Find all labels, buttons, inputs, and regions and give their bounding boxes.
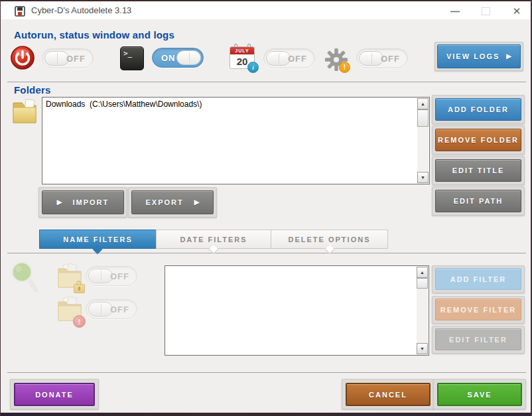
folder-list-scrollbar[interactable]: ▲ ▼	[417, 98, 429, 183]
scroll-down-button[interactable]: ▼	[417, 343, 428, 354]
filter-list-scrollbar[interactable]: ▲ ▼	[417, 267, 428, 354]
folder-warning-icon: !	[57, 297, 82, 326]
section-divider	[7, 82, 526, 82]
toggle-state-label: OFF	[110, 271, 129, 281]
window-title: Cyber-D's Autodelete 3.13	[31, 5, 131, 15]
view-logs-button[interactable]: VIEW LOGS ▶	[437, 44, 521, 68]
add-filter-button[interactable]: ADD FILTER	[435, 268, 521, 290]
arrow-right-icon: ▶	[57, 199, 62, 206]
terminal-icon: >_	[120, 46, 144, 70]
import-label: IMPORT	[72, 198, 109, 206]
donate-button[interactable]: DONATE	[14, 383, 95, 406]
tab-label: DELETE OPTIONS	[289, 236, 371, 243]
folder-list[interactable]: Downloads (C:\Users\Matthew\Downloads\) …	[42, 97, 430, 184]
calendar-icon: JULY 20 i	[230, 44, 256, 70]
footer-divider	[7, 372, 526, 373]
warning-badge-icon: !	[73, 315, 86, 328]
magnifier-icon	[10, 260, 39, 293]
save-button[interactable]: SAVE	[437, 383, 522, 406]
toggle-knob[interactable]	[88, 269, 113, 283]
arrow-right-icon: ▶	[194, 199, 200, 206]
scroll-thumb[interactable]	[417, 109, 429, 127]
toggle-knob[interactable]	[44, 51, 69, 66]
toggle-state-label: OFF	[288, 54, 307, 64]
filter-lock-toggle[interactable]: OFF	[86, 266, 137, 286]
add-folder-label: ADD FOLDER	[448, 105, 509, 113]
scroll-down-icon: ▼	[420, 346, 425, 351]
remove-filter-label: REMOVE FILTER	[440, 306, 516, 314]
folder-list-item[interactable]: Downloads (C:\Users\Matthew\Downloads\)	[44, 99, 416, 109]
autorun-toggle[interactable]: OFF	[42, 48, 94, 68]
cancel-label: CANCEL	[369, 391, 407, 399]
folder-lock-icon	[57, 263, 82, 293]
arrow-right-icon: ▶	[506, 53, 511, 60]
toggle-knob[interactable]	[176, 50, 201, 65]
import-button[interactable]: ▶ IMPORT	[42, 190, 124, 214]
tab-label: NAME FILTERS	[63, 236, 132, 243]
donate-label: DONATE	[35, 391, 74, 399]
scroll-up-button[interactable]: ▲	[417, 98, 429, 109]
tab-divider	[7, 253, 526, 253]
save-label: SAVE	[467, 391, 492, 399]
terminal-glyph: >_	[123, 49, 132, 70]
edit-filter-label: EDIT FILTER	[449, 336, 507, 344]
warning-badge-icon: !	[339, 62, 350, 73]
maximize-icon	[482, 7, 490, 15]
edit-filter-button[interactable]: EDIT FILTER	[435, 328, 521, 350]
edit-title-button[interactable]: EDIT TITLE	[435, 159, 521, 182]
gear-icon: !	[324, 48, 348, 72]
export-label: EXPORT	[146, 198, 184, 206]
edit-title-label: EDIT TITLE	[452, 167, 505, 174]
toggle-state-label: OFF	[66, 54, 86, 64]
minimize-button[interactable]: —	[444, 1, 466, 21]
export-button[interactable]: EXPORT ▶	[131, 190, 214, 214]
toggle-state-label: OFF	[381, 54, 400, 64]
close-button[interactable]: ✕	[505, 1, 529, 21]
add-folder-button[interactable]: ADD FOLDER	[435, 98, 521, 121]
toggle-knob[interactable]	[266, 51, 291, 66]
toggle-state-label: OFF	[110, 305, 129, 314]
desktop-edge	[1, 413, 531, 416]
app-icon	[15, 6, 25, 17]
power-icon	[10, 45, 35, 70]
remove-folder-label: REMOVE FOLDER	[438, 136, 519, 144]
title-bar: Cyber-D's Autodelete 3.13 — ✕	[1, 0, 531, 19]
scroll-down-icon: ▼	[421, 175, 425, 180]
autorun-section-header: Autorun, status window and logs	[14, 29, 174, 40]
lock-badge-icon	[74, 284, 85, 293]
close-icon: ✕	[513, 5, 521, 17]
cancel-button[interactable]: CANCEL	[346, 383, 431, 406]
view-logs-label: VIEW LOGS	[446, 52, 499, 60]
remove-folder-button[interactable]: REMOVE FOLDER	[435, 129, 521, 151]
scroll-up-icon: ▲	[420, 270, 425, 275]
toggle-knob[interactable]	[88, 302, 113, 316]
status-window-toggle[interactable]: ON	[152, 48, 204, 68]
minimize-icon: —	[450, 6, 460, 17]
edit-path-label: EDIT PATH	[454, 197, 503, 205]
scroll-up-icon: ▲	[421, 102, 425, 106]
tab-label: DATE FILTERS	[180, 236, 247, 243]
scroll-thumb[interactable]	[417, 278, 428, 289]
app-window: Cyber-D's Autodelete 3.13 — ✕ Autorun, s…	[0, 0, 532, 416]
maximize-button[interactable]	[474, 1, 497, 21]
edit-path-button[interactable]: EDIT PATH	[435, 190, 521, 212]
toggle-knob[interactable]	[359, 51, 383, 66]
filter-warning-toggle[interactable]: OFF	[86, 299, 137, 319]
add-filter-label: ADD FILTER	[450, 275, 507, 283]
filter-list[interactable]: ▲ ▼	[165, 265, 429, 356]
folders-section-header: Folders	[14, 84, 51, 96]
scroll-down-button[interactable]: ▼	[417, 172, 429, 183]
info-badge-icon: i	[247, 62, 259, 73]
folder-icon	[11, 97, 38, 125]
schedule-toggle[interactable]: OFF	[263, 48, 315, 68]
remove-filter-button[interactable]: REMOVE FILTER	[435, 299, 521, 320]
settings-toggle[interactable]: OFF	[356, 48, 408, 68]
toggle-state-label: ON	[161, 53, 176, 63]
calendar-month: JULY	[230, 47, 254, 54]
scroll-up-button[interactable]: ▲	[417, 267, 428, 278]
